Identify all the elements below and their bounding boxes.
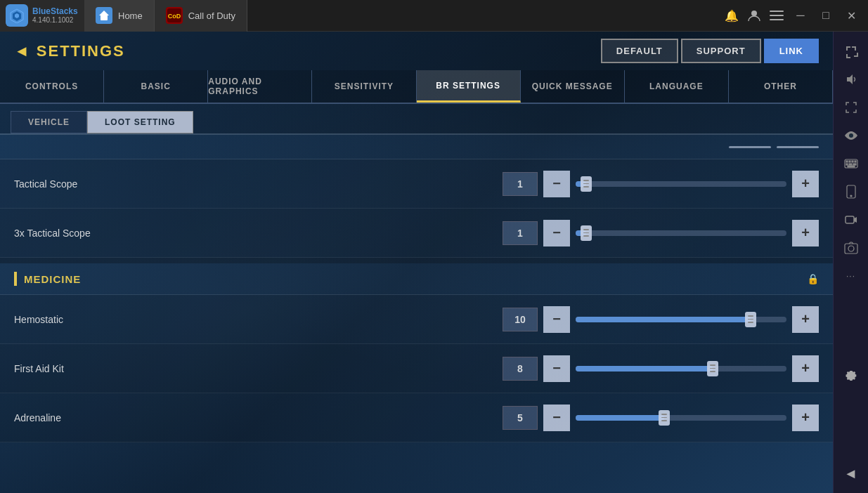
tab-language-label: LANGUAGE <box>649 81 704 91</box>
section-divider <box>0 258 833 263</box>
tab-controls-label: CONTROLS <box>25 81 78 91</box>
support-button[interactable]: SUPPORT <box>681 39 761 63</box>
svg-point-27 <box>848 246 854 251</box>
svg-point-12 <box>849 133 853 138</box>
first-aid-kit-minus-button[interactable]: − <box>543 355 570 382</box>
svg-rect-17 <box>855 161 856 162</box>
hemostatic-plus-button[interactable]: + <box>792 306 819 333</box>
svg-rect-10 <box>770 19 784 20</box>
settings-title: SETTINGS <box>37 42 125 60</box>
maximize-button[interactable]: □ <box>815 4 837 27</box>
tactical-scope-thumb[interactable] <box>581 176 592 192</box>
hemostatic-thumb[interactable] <box>745 312 756 327</box>
3x-tactical-scope-slider[interactable] <box>576 230 786 236</box>
svg-rect-21 <box>848 166 855 167</box>
sidebar-keyboard-icon[interactable] <box>838 151 864 176</box>
svg-rect-9 <box>770 15 784 16</box>
sidebar-volume-icon[interactable] <box>838 67 864 92</box>
link-button[interactable]: LINK <box>764 39 819 63</box>
default-button[interactable]: DEFAULT <box>601 39 678 63</box>
settings-panel: ◄ SETTINGS DEFAULT SUPPORT LINK CONTROLS… <box>0 32 833 493</box>
close-button[interactable]: ✕ <box>840 4 862 27</box>
adrenaline-plus-button[interactable]: + <box>792 405 819 431</box>
sidebar-screenshot-icon[interactable] <box>838 235 864 261</box>
svg-rect-8 <box>770 11 784 12</box>
3x-tactical-scope-minus-button[interactable]: − <box>543 220 570 246</box>
adrenaline-minus-button[interactable]: − <box>543 405 570 431</box>
setting-row-adrenaline: Adrenaline 5 − + <box>0 393 833 442</box>
svg-rect-15 <box>849 161 850 162</box>
tab-home[interactable]: Home <box>84 0 155 32</box>
back-button[interactable]: ◄ SETTINGS <box>14 42 125 60</box>
tab-cod[interactable]: CoD Call of Duty <box>155 0 247 32</box>
home-tab-icon <box>96 7 112 24</box>
hemostatic-minus-button[interactable]: − <box>543 306 570 333</box>
3x-tactical-scope-label: 3x Tactical Scope <box>14 228 155 239</box>
titlebar-right-icons: 🔔 ─ □ ✕ <box>716 4 868 27</box>
3x-tactical-scope-thumb[interactable] <box>581 225 592 241</box>
first-aid-kit-control: 8 − + <box>503 355 819 382</box>
sidebar-fullscreen-icon[interactable] <box>838 95 864 120</box>
first-aid-kit-value: 8 <box>503 357 538 381</box>
sidebar-more-icon[interactable]: ··· <box>838 263 864 289</box>
tactical-scope-minus-button[interactable]: − <box>543 171 570 197</box>
nav-tabs: CONTROLS BASIC AUDIO AND GRAPHICS SENSIT… <box>0 70 833 104</box>
cod-tab-icon: CoD <box>166 7 183 24</box>
3x-tactical-scope-plus-button[interactable]: + <box>792 220 819 246</box>
tab-basic-label: BASIC <box>141 81 171 91</box>
menu-icon[interactable] <box>767 6 786 25</box>
tab-basic[interactable]: BASIC <box>104 70 208 103</box>
sidebar-back-icon[interactable]: ◄ <box>838 461 864 486</box>
scroll-content[interactable]: Tactical Scope 1 − <box>0 133 833 489</box>
tab-quick-message[interactable]: QUICK MESSAGE <box>521 70 625 103</box>
tab-other[interactable]: OTHER <box>729 70 833 103</box>
setting-row-tactical-scope: Tactical Scope 1 − <box>0 159 833 209</box>
tab-other-label: OTHER <box>764 81 797 91</box>
sidebar-eye-icon[interactable] <box>838 123 864 148</box>
svg-rect-16 <box>852 161 853 162</box>
hemostatic-slider[interactable] <box>576 317 786 322</box>
app-version: 4.140.1.1002 <box>32 16 78 25</box>
adrenaline-control: 5 − + <box>503 405 819 431</box>
tactical-scope-value: 1 <box>503 172 538 196</box>
tab-controls[interactable]: CONTROLS <box>0 70 104 103</box>
app-logo: BlueStacks 4.140.1.1002 <box>0 0 84 32</box>
hemostatic-control: 10 − + <box>503 306 819 333</box>
svg-point-23 <box>850 195 852 197</box>
sidebar-expand-icon[interactable] <box>838 39 864 64</box>
tab-quick-message-label: QUICK MESSAGE <box>532 81 613 91</box>
first-aid-kit-slider[interactable] <box>576 366 786 372</box>
tactical-scope-slider[interactable] <box>576 181 786 187</box>
adrenaline-value: 5 <box>503 406 538 430</box>
hemostatic-label: Hemostatic <box>14 314 155 325</box>
first-aid-kit-plus-button[interactable]: + <box>792 355 819 382</box>
adrenaline-label: Adrenaline <box>14 412 155 423</box>
adrenaline-slider[interactable] <box>576 415 786 421</box>
subtab-loot-setting[interactable]: LOOT SETTING <box>87 111 193 133</box>
3x-tactical-scope-value: 1 <box>503 221 538 245</box>
sidebar-phone-icon[interactable] <box>838 179 864 204</box>
svg-rect-18 <box>846 164 848 165</box>
minimize-button[interactable]: ─ <box>789 4 812 27</box>
tab-cod-label: Call of Duty <box>188 11 235 21</box>
sidebar-record-icon[interactable] <box>838 207 864 232</box>
bluestacks-logo-icon <box>6 4 28 27</box>
tab-audio-graphics[interactable]: AUDIO AND GRAPHICS <box>208 70 312 103</box>
tactical-scope-plus-button[interactable]: + <box>792 171 819 197</box>
sidebar-gear-icon[interactable] <box>838 362 864 388</box>
first-aid-kit-label: First Aid Kit <box>14 363 155 374</box>
notification-icon[interactable]: 🔔 <box>722 6 741 25</box>
3x-tactical-scope-control: 1 − + <box>503 220 819 246</box>
tab-audio-graphics-label: AUDIO AND GRAPHICS <box>208 77 311 96</box>
tab-br-settings[interactable]: BR SETTINGS <box>417 70 521 103</box>
subtab-vehicle[interactable]: VEHICLE <box>11 111 87 133</box>
setting-row-first-aid-kit: First Aid Kit 8 − + <box>0 344 833 393</box>
main-area: ◄ SETTINGS DEFAULT SUPPORT LINK CONTROLS… <box>0 32 868 493</box>
account-icon[interactable] <box>744 6 764 25</box>
header-buttons: DEFAULT SUPPORT LINK <box>601 39 819 63</box>
tab-sensitivity[interactable]: SENSITIVITY <box>312 70 416 103</box>
medicine-section-header: Medicine 🔒 <box>0 263 833 295</box>
first-aid-kit-thumb[interactable] <box>707 361 718 376</box>
adrenaline-thumb[interactable] <box>659 410 670 426</box>
tab-language[interactable]: LANGUAGE <box>625 70 729 103</box>
